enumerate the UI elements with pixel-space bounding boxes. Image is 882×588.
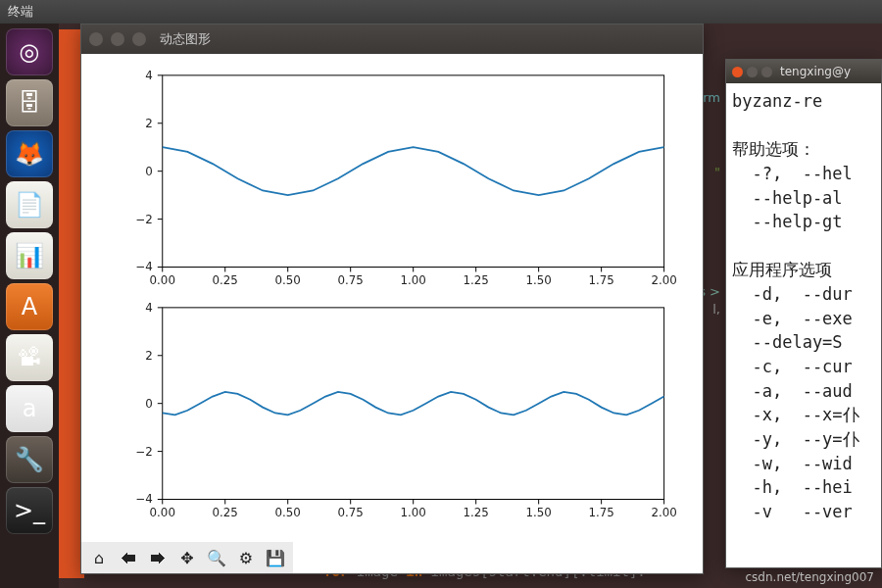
- menubar: 终端: [0, 0, 882, 24]
- writer-icon: 📄: [15, 191, 44, 219]
- impress-icon: 📽: [18, 344, 41, 371]
- svg-text:4: 4: [145, 69, 153, 82]
- svg-text:1.25: 1.25: [463, 273, 488, 287]
- svg-text:2.00: 2.00: [651, 506, 676, 519]
- bg-hint-l: l,: [712, 302, 720, 317]
- svg-text:−4: −4: [135, 260, 152, 273]
- settings-icon: 🔧: [15, 446, 44, 473]
- minimize-icon[interactable]: [111, 32, 124, 46]
- launcher-software[interactable]: A: [6, 283, 53, 330]
- sliders-icon: ⚙: [239, 549, 253, 567]
- svg-text:1.00: 1.00: [400, 273, 425, 287]
- terminal-body[interactable]: byzanz-re 帮助选项： -?, --hel --help-al --he…: [726, 83, 881, 530]
- mpl-toolbar: ⌂ 🡄 🡆 ✥ 🔍 ⚙ 💾: [81, 542, 293, 573]
- svg-text:0.00: 0.00: [150, 506, 175, 519]
- svg-text:1.25: 1.25: [463, 506, 488, 519]
- terminal-icon: >_: [14, 497, 45, 524]
- ubuntu-logo-icon: ◎: [20, 38, 40, 66]
- configure-button[interactable]: ⚙: [232, 544, 260, 571]
- pan-button[interactable]: ✥: [173, 544, 201, 571]
- close-icon[interactable]: [89, 32, 103, 46]
- arrow-left-icon: 🡄: [121, 549, 136, 567]
- plot-titlebar[interactable]: 动态图形: [81, 24, 703, 54]
- svg-text:2: 2: [145, 117, 153, 130]
- minimize-icon[interactable]: [747, 67, 758, 77]
- chart-top: −4−20240.000.250.500.751.001.251.501.752…: [85, 64, 689, 296]
- svg-text:0.75: 0.75: [338, 506, 364, 519]
- arrow-right-icon: 🡆: [150, 549, 166, 567]
- forward-button[interactable]: 🡆: [144, 544, 172, 571]
- plot-canvas[interactable]: −4−20240.000.250.500.751.001.251.501.752…: [81, 54, 703, 542]
- save-icon: 💾: [266, 549, 285, 567]
- launcher-dash[interactable]: ◎: [6, 28, 53, 75]
- svg-rect-29: [163, 308, 664, 500]
- svg-text:−4: −4: [135, 493, 152, 507]
- plot-window: 动态图形 −4−20240.000.250.500.751.001.251.50…: [80, 24, 704, 574]
- launcher-firefox[interactable]: 🦊: [6, 130, 53, 177]
- svg-text:0: 0: [145, 165, 153, 178]
- terminal-title: tengxing@y: [780, 65, 851, 78]
- close-icon[interactable]: [732, 67, 743, 77]
- svg-text:1.50: 1.50: [525, 273, 551, 287]
- svg-text:0.50: 0.50: [275, 273, 301, 287]
- svg-text:0.00: 0.00: [150, 273, 175, 287]
- calc-icon: 📊: [15, 242, 44, 270]
- svg-text:1.50: 1.50: [525, 506, 551, 519]
- move-icon: ✥: [180, 549, 193, 567]
- terminal-window: tengxing@y byzanz-re 帮助选项： -?, --hel --h…: [725, 59, 882, 568]
- svg-text:−2: −2: [135, 445, 152, 459]
- svg-text:1.00: 1.00: [400, 506, 425, 519]
- zoom-button[interactable]: 🔍: [203, 544, 230, 571]
- chart-bottom: −4−20240.000.250.500.751.001.251.501.752…: [85, 296, 689, 528]
- home-icon: ⌂: [94, 549, 104, 567]
- maximize-icon[interactable]: [132, 32, 146, 46]
- maximize-icon[interactable]: [761, 67, 772, 77]
- svg-text:0.50: 0.50: [275, 506, 301, 519]
- amazon-icon: a: [23, 395, 37, 422]
- unity-launcher: ◎ 🗄 🦊 📄 📊 A 📽 a 🔧 >_: [0, 24, 59, 588]
- save-button[interactable]: 💾: [262, 544, 289, 571]
- launcher-writer[interactable]: 📄: [6, 181, 53, 228]
- launcher-calc[interactable]: 📊: [6, 232, 53, 279]
- svg-text:0.25: 0.25: [213, 506, 238, 519]
- svg-text:−2: −2: [135, 213, 152, 226]
- svg-text:0.25: 0.25: [213, 273, 238, 287]
- home-button[interactable]: ⌂: [85, 544, 113, 571]
- launcher-terminal[interactable]: >_: [6, 487, 53, 534]
- files-icon: 🗄: [18, 89, 41, 117]
- launcher-amazon[interactable]: a: [6, 385, 53, 432]
- bg-hint-quote: ": [714, 165, 720, 179]
- svg-text:0.75: 0.75: [338, 273, 364, 287]
- firefox-icon: 🦊: [15, 140, 44, 168]
- watermark: csdn.net/tengxing007: [746, 570, 875, 584]
- svg-text:1.75: 1.75: [588, 506, 613, 519]
- svg-rect-0: [163, 75, 664, 268]
- launcher-files[interactable]: 🗄: [6, 79, 53, 126]
- launcher-settings[interactable]: 🔧: [6, 436, 53, 483]
- svg-text:4: 4: [145, 301, 153, 315]
- menubar-app: 终端: [8, 3, 33, 21]
- launcher-impress[interactable]: 📽: [6, 334, 53, 381]
- plot-title: 动态图形: [160, 30, 211, 48]
- svg-text:2.00: 2.00: [651, 273, 676, 287]
- svg-text:2: 2: [145, 349, 153, 363]
- zoom-icon: 🔍: [207, 549, 226, 567]
- svg-text:0: 0: [145, 397, 153, 411]
- back-button[interactable]: 🡄: [115, 544, 142, 571]
- software-icon: A: [22, 293, 37, 320]
- terminal-titlebar[interactable]: tengxing@y: [726, 60, 881, 83]
- svg-text:1.75: 1.75: [588, 273, 613, 287]
